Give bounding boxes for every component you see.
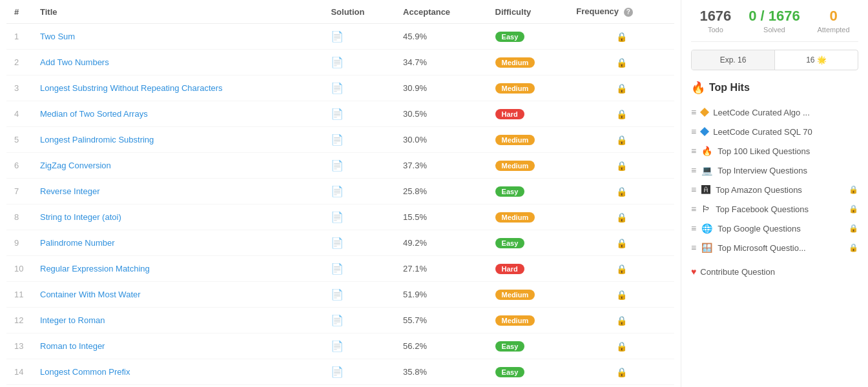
row-frequency: 🔒	[568, 230, 674, 256]
solution-doc-icon[interactable]: 📄	[331, 366, 344, 377]
row-title: Longest Palindromic Substring	[32, 127, 323, 153]
hit-list-icon: ≡	[691, 146, 696, 156]
stat-solved: 0 / 1676 Solved	[749, 8, 800, 34]
table-row: 2 Add Two Numbers 📄 34.7% Medium 🔒	[6, 50, 674, 75]
difficulty-badge: Medium	[495, 212, 535, 223]
hit-item[interactable]: ≡ 💻 Top Interview Questions	[691, 161, 858, 180]
stat-attempted: 0 Attempted	[817, 8, 849, 34]
hit-item[interactable]: ≡ 🏳 Top Facebook Questions 🔒	[691, 199, 858, 219]
hit-label: Top Facebook Questions	[716, 204, 843, 214]
problem-link[interactable]: Longest Substring Without Repeating Char…	[40, 83, 223, 93]
solution-doc-icon[interactable]: 📄	[331, 108, 344, 119]
diamond-orange-icon	[700, 108, 709, 117]
frequency-help-icon[interactable]: ?	[624, 8, 633, 17]
row-title: Median of Two Sorted Arrays	[32, 101, 323, 127]
solution-doc-icon[interactable]: 📄	[331, 212, 344, 223]
row-frequency: 🔒	[568, 359, 674, 385]
row-frequency: 🔒	[568, 282, 674, 308]
problem-link[interactable]: Roman to Integer	[40, 341, 105, 351]
col-header-difficulty: Difficulty	[488, 0, 569, 24]
table-row: 13 Roman to Integer 📄 56.2% Easy 🔒	[6, 333, 674, 359]
row-num: 7	[6, 179, 32, 204]
row-num: 9	[6, 230, 32, 256]
problem-link[interactable]: Two Sum	[40, 32, 75, 41]
todo-label: Todo	[699, 26, 731, 34]
difficulty-badge: Medium	[495, 135, 535, 145]
hit-label: Top Google Questions	[718, 224, 843, 233]
row-solution: 📄	[323, 24, 395, 50]
solved-label: Solved	[749, 26, 800, 34]
row-solution: 📄	[323, 153, 395, 179]
row-acceptance: 49.2%	[395, 230, 488, 256]
col-header-acceptance: Acceptance	[395, 0, 488, 24]
contribute-question[interactable]: ♥ Contribute Question	[691, 260, 858, 283]
fire-icon: 🔥	[701, 146, 712, 156]
solution-doc-icon[interactable]: 📄	[331, 237, 344, 248]
row-frequency: 🔒	[568, 333, 674, 359]
lock-icon: 🔒	[616, 57, 627, 68]
problem-link[interactable]: Container With Most Water	[40, 290, 141, 299]
row-difficulty: Hard	[488, 101, 569, 127]
solution-doc-icon[interactable]: 📄	[331, 315, 344, 326]
row-solution: 📄	[323, 50, 395, 75]
solution-doc-icon[interactable]: 📄	[331, 57, 344, 68]
row-difficulty: Medium	[488, 204, 569, 230]
hit-item[interactable]: ≡ 🌐 Top Google Questions 🔒	[691, 219, 858, 238]
hit-list-icon: ≡	[691, 243, 696, 253]
problem-link[interactable]: Add Two Numbers	[40, 57, 109, 67]
problem-link[interactable]: Median of Two Sorted Arrays	[40, 109, 148, 119]
row-num: 12	[6, 308, 32, 333]
hit-item[interactable]: ≡ 🪟 Top Microsoft Questio... 🔒	[691, 238, 858, 257]
hit-item[interactable]: ≡ LeetCode Curated Algo ...	[691, 103, 858, 122]
row-title: Longest Substring Without Repeating Char…	[32, 75, 323, 101]
solution-doc-icon[interactable]: 📄	[331, 134, 344, 145]
lock-icon: 🔒	[616, 315, 627, 326]
table-row: 11 Container With Most Water 📄 51.9% Med…	[6, 282, 674, 308]
problem-link[interactable]: Palindrome Number	[40, 238, 115, 248]
row-num: 8	[6, 204, 32, 230]
solution-doc-icon[interactable]: 📄	[331, 186, 344, 197]
hit-label: LeetCode Curated Algo ...	[713, 108, 858, 117]
difficulty-badge: Medium	[495, 83, 535, 94]
problem-link[interactable]: Regular Expression Matching	[40, 264, 150, 273]
contribute-label: Contribute Question	[700, 267, 775, 277]
hit-label: LeetCode Curated SQL 70	[713, 127, 858, 137]
row-difficulty: Hard	[488, 256, 569, 282]
problem-link[interactable]: Reverse Integer	[40, 186, 100, 196]
row-solution: 📄	[323, 308, 395, 333]
lock-icon: 🔒	[616, 186, 627, 197]
solution-doc-icon[interactable]: 📄	[331, 263, 344, 274]
table-row: 10 Regular Expression Matching 📄 27.1% H…	[6, 256, 674, 282]
table-row: 15 3Sum 📄 27.5% Medium 🔒	[6, 385, 674, 388]
problem-link[interactable]: Longest Palindromic Substring	[40, 135, 154, 144]
microsoft-icon: 🪟	[701, 243, 712, 253]
hit-item[interactable]: ≡ 🅰 Top Amazon Questions 🔒	[691, 180, 858, 199]
row-solution: 📄	[323, 75, 395, 101]
solution-doc-icon[interactable]: 📄	[331, 289, 344, 300]
row-acceptance: 30.9%	[395, 75, 488, 101]
problem-link[interactable]: String to Integer (atoi)	[40, 212, 121, 222]
row-title: Roman to Integer	[32, 333, 323, 359]
solution-doc-icon[interactable]: 📄	[331, 160, 344, 171]
row-frequency: 🔒	[568, 256, 674, 282]
table-row: 12 Integer to Roman 📄 55.7% Medium 🔒	[6, 308, 674, 333]
row-frequency: 🔒	[568, 179, 674, 204]
problem-link[interactable]: ZigZag Conversion	[40, 161, 111, 170]
solution-doc-icon[interactable]: 📄	[331, 341, 344, 352]
solution-doc-icon[interactable]: 📄	[331, 83, 344, 94]
row-difficulty: Easy	[488, 359, 569, 385]
hit-list-icon: ≡	[691, 223, 696, 233]
hit-item[interactable]: ≡ 🔥 Top 100 Liked Questions	[691, 141, 858, 161]
table-row: 3 Longest Substring Without Repeating Ch…	[6, 75, 674, 101]
hit-item[interactable]: ≡ LeetCode Curated SQL 70	[691, 122, 858, 141]
row-num: 6	[6, 153, 32, 179]
row-acceptance: 30.5%	[395, 101, 488, 127]
lock-icon: 🔒	[616, 109, 627, 119]
row-difficulty: Easy	[488, 179, 569, 204]
problem-link[interactable]: Longest Common Prefix	[40, 367, 130, 377]
solution-doc-icon[interactable]: 📄	[331, 31, 344, 42]
problem-link[interactable]: Integer to Roman	[40, 315, 105, 325]
hit-label: Top Interview Questions	[718, 166, 858, 175]
hit-list-icon: ≡	[691, 126, 696, 137]
exp-left: Exp. 16	[692, 50, 775, 70]
